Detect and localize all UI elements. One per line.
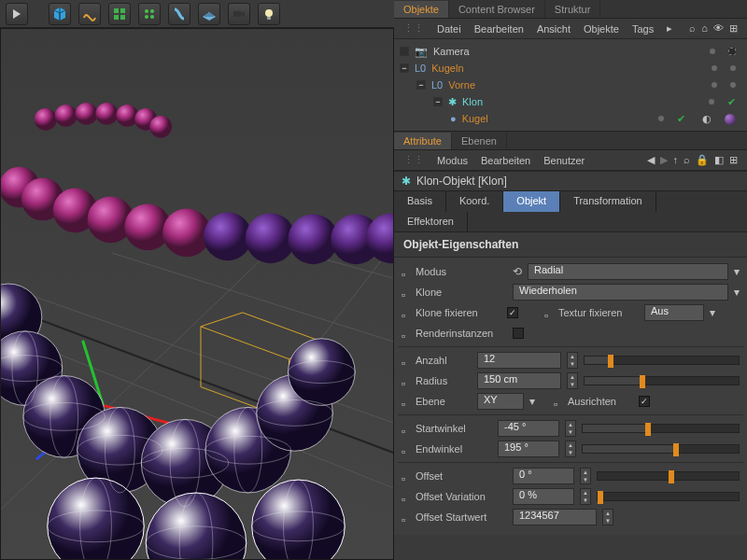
count-input[interactable]: 12	[477, 352, 561, 369]
startangle-input[interactable]: -45 °	[498, 420, 559, 437]
search-icon[interactable]: ⌕	[684, 154, 690, 166]
label-offset: Offset	[416, 470, 507, 482]
subtab-effectors[interactable]: Effektoren	[394, 212, 468, 231]
subtab-object[interactable]: Objekt	[503, 191, 560, 212]
deformer-icon[interactable]	[168, 3, 190, 25]
subtab-basis[interactable]: Basis	[394, 191, 446, 212]
home-icon[interactable]: ⌂	[701, 22, 708, 35]
attr-menu-mode[interactable]: Modus	[437, 155, 468, 166]
startangle-stepper[interactable]: ▲▼	[565, 420, 576, 437]
viewport-3d[interactable]	[0, 28, 394, 560]
tab-layers[interactable]: Ebenen	[452, 133, 507, 149]
offset-seed-input[interactable]: 1234567	[513, 509, 597, 525]
tree-item-kamera[interactable]: 📷 Kamera	[396, 43, 745, 60]
svg-rect-2	[120, 8, 125, 13]
radius-stepper[interactable]: ▲▼	[567, 372, 578, 389]
svg-rect-1	[114, 8, 119, 13]
fix-texture-select[interactable]: Aus	[644, 304, 704, 321]
cloner-icon[interactable]	[108, 3, 131, 25]
radius-input[interactable]: 150 cm	[477, 372, 561, 389]
offset-seed-stepper[interactable]: ▲▼	[602, 509, 613, 525]
tree-label: Kugeln	[431, 63, 706, 74]
offset-var-slider[interactable]	[597, 492, 740, 501]
tree-item-kugeln[interactable]: − L0 Kugeln	[396, 60, 745, 77]
nav-fwd-icon[interactable]: ▶	[660, 154, 668, 166]
startangle-slider[interactable]	[582, 424, 740, 433]
play-icon[interactable]	[6, 3, 28, 25]
endangle-input[interactable]: 195 °	[498, 441, 559, 457]
nav-back-icon[interactable]: ◀	[647, 154, 655, 166]
chevron-down-icon[interactable]: ▾	[710, 306, 715, 319]
attr-menu-edit[interactable]: Bearbeiten	[481, 155, 530, 166]
radius-slider[interactable]	[584, 376, 740, 385]
expand-icon[interactable]	[400, 47, 409, 56]
light-icon[interactable]	[258, 3, 280, 25]
svg-point-53	[146, 493, 246, 559]
menu-more-icon[interactable]: ▸	[667, 22, 672, 35]
object-manager-menu: ⋮⋮ Datei Bearbeiten Ansicht Objekte Tags…	[394, 19, 747, 39]
label-align: Ausrichten	[568, 396, 633, 407]
search-icon[interactable]: ⌕	[689, 22, 696, 35]
offset-stepper[interactable]: ▲▼	[580, 468, 591, 484]
lock-icon[interactable]: 🔒	[696, 154, 709, 166]
plane-select[interactable]: XY	[477, 393, 524, 410]
disclosure-icon[interactable]: ▫	[402, 268, 410, 276]
cube-primitive-icon[interactable]	[49, 3, 71, 25]
new-icon[interactable]: ◧	[714, 154, 724, 166]
subtab-transformation[interactable]: Transformation	[560, 191, 656, 212]
tree-item-klon[interactable]: − ✱ Klon ✔	[396, 93, 745, 110]
nav-up-icon[interactable]: ↑	[673, 154, 679, 166]
svg-point-27	[55, 105, 78, 127]
align-checkbox[interactable]	[639, 396, 650, 407]
spline-icon[interactable]	[78, 3, 101, 25]
chevron-down-icon[interactable]: ▾	[529, 395, 535, 408]
floor-icon[interactable]	[198, 3, 220, 25]
tab-objects[interactable]: Objekte	[394, 1, 449, 18]
tree-item-vorne[interactable]: − L0 Vorne	[396, 77, 745, 93]
offset-input[interactable]: 0 °	[513, 468, 574, 484]
array-icon[interactable]	[138, 3, 161, 25]
svg-point-26	[35, 108, 57, 131]
offset-slider[interactable]	[597, 471, 740, 481]
chevron-down-icon[interactable]: ▾	[734, 286, 740, 299]
endangle-slider[interactable]	[582, 444, 740, 454]
count-stepper[interactable]: ▲▼	[567, 352, 578, 369]
expand-icon[interactable]: −	[433, 97, 443, 106]
render-inst-checkbox[interactable]	[513, 328, 524, 339]
menu-tags[interactable]: Tags	[632, 23, 654, 35]
fix-clones-checkbox[interactable]	[507, 307, 518, 318]
menu-file[interactable]: Datei	[437, 23, 461, 35]
object-subtabs-row2: Effektoren	[394, 212, 747, 232]
endangle-stepper[interactable]: ▲▼	[565, 441, 576, 457]
expand-icon[interactable]: −	[400, 63, 409, 73]
cloner-icon: ✱	[402, 175, 411, 188]
menu-view[interactable]: Ansicht	[537, 23, 571, 35]
panel-add-icon[interactable]: ⊞	[729, 154, 738, 166]
phong-tag-icon[interactable]: ◐	[702, 113, 712, 125]
clones-select[interactable]: Wiederholen	[513, 284, 728, 301]
tab-content-browser[interactable]: Content Browser	[449, 1, 545, 18]
tab-attributes[interactable]: Attribute	[394, 133, 452, 149]
tab-structure[interactable]: Struktur	[545, 1, 601, 18]
menu-edit[interactable]: Bearbeiten	[474, 23, 524, 35]
attr-menu-user[interactable]: Benutzer	[543, 155, 585, 166]
subtab-coord[interactable]: Koord.	[446, 191, 503, 212]
svg-point-39	[204, 212, 252, 260]
material-tag-icon[interactable]	[725, 112, 736, 124]
svg-point-54	[252, 480, 345, 559]
label-fix-clones: Klone fixieren	[416, 307, 501, 318]
tree-item-kugel[interactable]: ● Kugel ✔ ◐	[396, 110, 745, 127]
mode-select[interactable]: Radial	[528, 263, 728, 280]
attribute-tabs: Attribute Ebenen	[394, 132, 747, 150]
offset-var-stepper[interactable]: ▲▼	[580, 488, 591, 505]
scene-tree[interactable]: 📷 Kamera − L0 Kugeln − L0 Vorne − ✱ Klon…	[394, 39, 747, 132]
expand-icon[interactable]: −	[416, 80, 426, 90]
eye-icon[interactable]: 👁	[713, 22, 724, 35]
chevron-down-icon[interactable]: ▾	[734, 265, 740, 278]
menu-objects[interactable]: Objekte	[584, 23, 619, 35]
count-slider[interactable]	[584, 356, 740, 365]
svg-point-28	[76, 103, 98, 125]
camera-icon[interactable]	[228, 3, 250, 25]
panel-add-icon[interactable]: ⊞	[729, 22, 738, 35]
offset-var-input[interactable]: 0 %	[513, 488, 574, 505]
